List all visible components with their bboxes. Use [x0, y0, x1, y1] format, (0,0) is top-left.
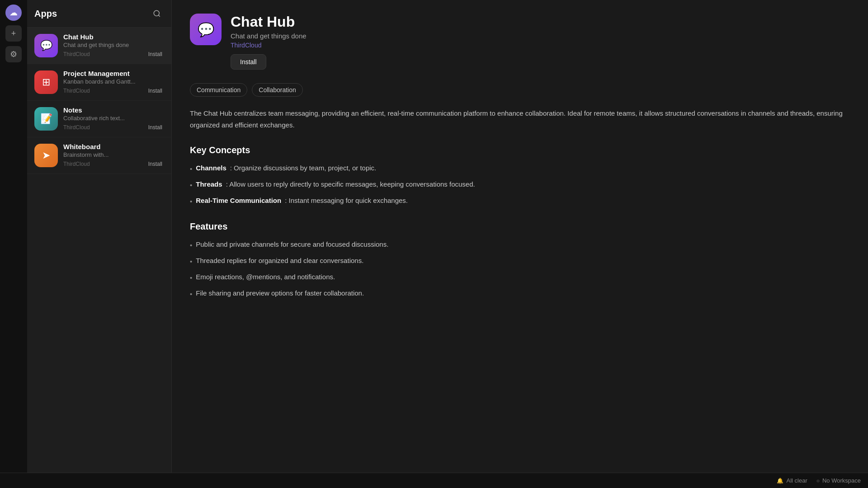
app-detail-tagline: Chat and get things done: [231, 32, 850, 40]
status-bar: 🔔 All clear ○ No Workspace: [0, 473, 868, 488]
app-name-notes: Notes: [63, 106, 164, 114]
app-meta-notes: ThirdCloud Install: [63, 123, 164, 131]
svg-line-1: [158, 15, 160, 16]
feature-item: Public and private channels for secure a…: [190, 239, 850, 251]
tag-communication[interactable]: Communication: [190, 83, 247, 97]
feature-item: File sharing and preview options for fas…: [190, 288, 850, 300]
sidebar-app-item-project[interactable]: ⊞ Project Management Kanban boards and G…: [27, 64, 171, 101]
app-vendor-project: ThirdCloud: [63, 88, 90, 94]
icon-rail: ☁ + ⚙: [0, 0, 27, 488]
app-name-chathub: Chat Hub: [63, 33, 164, 41]
concept-key: Threads: [196, 179, 222, 190]
app-info-project: Project Management Kanban boards and Gan…: [63, 70, 164, 95]
svg-point-0: [154, 10, 159, 16]
app-desc-whiteboard: Brainstorm with...: [63, 151, 164, 158]
search-button[interactable]: [150, 6, 164, 21]
sidebar-app-item-chathub[interactable]: 💬 Chat Hub Chat and get things done Thir…: [27, 28, 171, 64]
sidebar: Apps 💬 Chat Hub Chat and get things done…: [27, 0, 172, 488]
app-icon-project: ⊞: [34, 70, 58, 94]
concept-item: Real-Time Communication: Instant messagi…: [190, 195, 850, 207]
sidebar-title: Apps: [34, 9, 57, 19]
add-button[interactable]: +: [5, 25, 22, 42]
app-name-whiteboard: Whiteboard: [63, 143, 164, 150]
sidebar-app-item-whiteboard[interactable]: ➤ Whiteboard Brainstorm with... ThirdClo…: [27, 137, 171, 174]
app-info-notes: Notes Collaborative rich text... ThirdCl…: [63, 106, 164, 131]
app-info-chathub: Chat Hub Chat and get things done ThirdC…: [63, 33, 164, 58]
feature-item: Threaded replies for organized and clear…: [190, 255, 850, 267]
app-desc-project: Kanban boards and Gantt...: [63, 78, 164, 85]
concept-key: Channels: [196, 163, 226, 174]
gear-icon: ⚙: [10, 49, 17, 59]
bell-icon: 🔔: [777, 478, 783, 484]
feature-list: Public and private channels for secure a…: [190, 239, 850, 300]
app-install-project[interactable]: Install: [146, 87, 164, 95]
cloud-icon: ☁: [9, 8, 18, 18]
app-install-notes[interactable]: Install: [146, 123, 164, 131]
detail-install-button[interactable]: Install: [231, 54, 266, 70]
all-clear-status: 🔔 All clear: [777, 477, 807, 484]
feature-item: Emoji reactions, @mentions, and notifica…: [190, 272, 850, 283]
app-detail-icon: 💬: [190, 14, 222, 45]
app-vendor-whiteboard: ThirdCloud: [63, 161, 90, 167]
app-icon-notes: 📝: [34, 107, 58, 131]
app-tags: CommunicationCollaboration: [190, 83, 850, 97]
workspace-icon: ○: [816, 478, 820, 484]
app-vendor-chathub: ThirdCloud: [63, 51, 90, 57]
app-desc-chathub: Chat and get things done: [63, 42, 164, 48]
sidebar-header: Apps: [27, 0, 171, 28]
concept-text: : Allow users to reply directly to speci…: [226, 179, 475, 190]
all-clear-label: All clear: [786, 477, 807, 484]
app-meta-whiteboard: ThirdCloud Install: [63, 160, 164, 168]
app-install-whiteboard[interactable]: Install: [146, 160, 164, 168]
app-info-whiteboard: Whiteboard Brainstorm with... ThirdCloud…: [63, 143, 164, 168]
app-icon-chathub: 💬: [34, 34, 58, 57]
concept-item: Threads: Allow users to reply directly t…: [190, 179, 850, 191]
app-detail-name: Chat Hub: [231, 14, 850, 30]
main-content: 💬 Chat Hub Chat and get things done Thir…: [172, 0, 868, 488]
tag-collaboration[interactable]: Collaboration: [252, 83, 303, 97]
no-workspace-status: ○ No Workspace: [816, 477, 861, 484]
key-concepts-title: Key Concepts: [190, 145, 850, 155]
app-detail-vendor[interactable]: ThirdCloud: [231, 42, 850, 49]
app-logo[interactable]: ☁: [5, 5, 22, 21]
no-workspace-label: No Workspace: [822, 477, 861, 484]
concept-list: Channels: Organize discussions by team, …: [190, 163, 850, 207]
search-icon: [153, 9, 161, 18]
concept-key: Real-Time Communication: [196, 195, 281, 206]
app-meta-project: ThirdCloud Install: [63, 87, 164, 95]
plus-icon: +: [11, 29, 16, 38]
sidebar-app-item-notes[interactable]: 📝 Notes Collaborative rich text... Third…: [27, 101, 171, 137]
app-vendor-notes: ThirdCloud: [63, 124, 90, 131]
features-title: Features: [190, 221, 850, 232]
app-icon-whiteboard: ➤: [34, 144, 58, 167]
app-header-info: Chat Hub Chat and get things done ThirdC…: [231, 14, 850, 70]
app-install-chathub[interactable]: Install: [146, 50, 164, 58]
concept-text: : Instant messaging for quick exchanges.: [285, 195, 408, 206]
concept-item: Channels: Organize discussions by team, …: [190, 163, 850, 174]
settings-button[interactable]: ⚙: [5, 46, 22, 62]
app-meta-chathub: ThirdCloud Install: [63, 50, 164, 58]
app-name-project: Project Management: [63, 70, 164, 77]
app-desc-notes: Collaborative rich text...: [63, 115, 164, 122]
concept-text: : Organize discussions by team, project,…: [230, 163, 376, 174]
app-description: The Chat Hub centralizes team messaging,…: [190, 108, 850, 131]
app-list: 💬 Chat Hub Chat and get things done Thir…: [27, 28, 171, 174]
app-header: 💬 Chat Hub Chat and get things done Thir…: [190, 14, 850, 70]
